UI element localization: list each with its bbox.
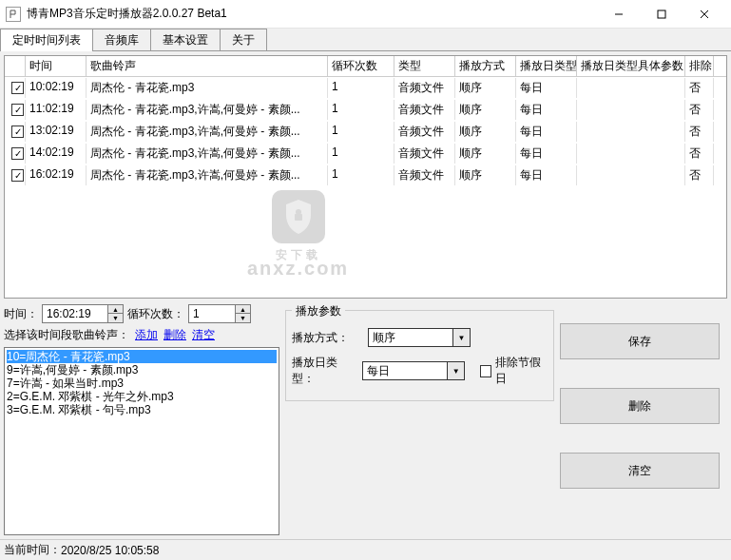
col-song[interactable]: 歌曲铃声: [87, 56, 328, 76]
delete-link[interactable]: 删除: [164, 327, 186, 343]
loop-input[interactable]: ▲▼: [188, 304, 251, 323]
delete-button[interactable]: 删除: [560, 388, 720, 424]
tabs: 定时时间列表 音频库 基本设置 关于: [0, 29, 731, 51]
table-row[interactable]: ✓10:02:19周杰伦 - 青花瓷.mp31音频文件顺序每日否: [5, 77, 726, 99]
list-header: 时间 歌曲铃声 循环次数 类型 播放方式 播放日类型 播放日类型具体参数 排除: [5, 56, 726, 77]
fieldset-legend: 播放参数: [292, 303, 345, 319]
chevron-down-icon[interactable]: ▼: [453, 328, 471, 347]
titlebar: 博青MP3音乐定时播放器2.0.0.27 Beta1: [0, 0, 731, 29]
row-checkbox[interactable]: ✓: [11, 126, 24, 138]
chevron-down-icon[interactable]: ▼: [448, 361, 465, 380]
list-item[interactable]: 9=许嵩,何曼婷 - 素颜.mp3: [7, 363, 277, 377]
row-checkbox[interactable]: ✓: [11, 169, 24, 182]
table-row[interactable]: ✓11:02:19周杰伦 - 青花瓷.mp3,许嵩,何曼婷 - 素颜...1音频…: [5, 99, 726, 121]
list-item[interactable]: 7=许嵩 - 如果当时.mp3: [7, 377, 277, 390]
col-loop[interactable]: 循环次数: [328, 56, 394, 76]
table-row[interactable]: ✓14:02:19周杰伦 - 青花瓷.mp3,许嵩,何曼婷 - 素颜...1音频…: [5, 143, 726, 164]
add-link[interactable]: 添加: [135, 327, 158, 343]
svg-rect-1: [658, 10, 665, 18]
list-item[interactable]: 3=G.E.M. 邓紫棋 - 句号.mp3: [7, 403, 277, 416]
loop-up-icon[interactable]: ▲: [236, 305, 250, 314]
col-daytype[interactable]: 播放日类型: [516, 56, 577, 76]
window-title: 博青MP3音乐定时播放器2.0.0.27 Beta1: [27, 6, 597, 22]
status-time: 2020/8/25 10:05:58: [61, 544, 159, 557]
table-row[interactable]: ✓13:02:19周杰伦 - 青花瓷.mp3,许嵩,何曼婷 - 素颜...1音频…: [5, 121, 726, 143]
exclude-holiday-checkbox[interactable]: 排除节假日: [480, 355, 548, 387]
time-input[interactable]: ▲▼: [42, 304, 124, 323]
row-checkbox[interactable]: ✓: [11, 104, 24, 116]
song-list-box[interactable]: 10=周杰伦 - 青花瓷.mp39=许嵩,何曼婷 - 素颜.mp37=许嵩 - …: [4, 347, 279, 535]
tab-schedule-list[interactable]: 定时时间列表: [0, 29, 93, 50]
list-item[interactable]: 2=G.E.M. 邓紫棋 - 光年之外.mp3: [7, 390, 277, 403]
play-params-fieldset: 播放参数 播放方式： ▼ 播放日类型： ▼ 排: [285, 310, 554, 401]
col-pmode[interactable]: 播放方式: [455, 56, 516, 76]
col-time[interactable]: 时间: [26, 56, 87, 76]
col-type[interactable]: 类型: [394, 56, 455, 76]
time-up-icon[interactable]: ▲: [108, 305, 123, 314]
loop-label: 循环次数：: [127, 306, 184, 322]
col-exclude[interactable]: 排除: [685, 56, 714, 76]
list-item[interactable]: 10=周杰伦 - 青花瓷.mp3: [7, 350, 277, 363]
tab-audio-library[interactable]: 音频库: [92, 29, 151, 50]
schedule-list[interactable]: 时间 歌曲铃声 循环次数 类型 播放方式 播放日类型 播放日类型具体参数 排除 …: [4, 55, 727, 299]
clear-button[interactable]: 清空: [560, 453, 720, 489]
app-icon: [6, 7, 21, 22]
maximize-button[interactable]: [640, 1, 683, 28]
table-row[interactable]: ✓16:02:19周杰伦 - 青花瓷.mp3,许嵩,何曼婷 - 素颜...1音频…: [5, 164, 726, 186]
select-songs-label: 选择该时间段歌曲铃声：: [4, 327, 129, 343]
pmode-combo[interactable]: ▼: [368, 328, 471, 347]
daytype-combo[interactable]: ▼: [362, 361, 465, 380]
time-label: 时间：: [4, 306, 38, 322]
clear-link[interactable]: 清空: [192, 327, 215, 343]
row-checkbox[interactable]: ✓: [11, 147, 24, 160]
minimize-button[interactable]: [597, 1, 640, 28]
pmode-label: 播放方式：: [292, 330, 362, 346]
row-checkbox[interactable]: ✓: [11, 82, 24, 94]
tab-basic-settings[interactable]: 基本设置: [150, 29, 221, 50]
loop-down-icon[interactable]: ▼: [236, 314, 250, 322]
tab-about[interactable]: 关于: [220, 29, 267, 50]
time-down-icon[interactable]: ▼: [108, 314, 123, 322]
daytype-label: 播放日类型：: [292, 355, 356, 387]
col-dayparam[interactable]: 播放日类型具体参数: [577, 56, 685, 76]
close-button[interactable]: [683, 1, 725, 28]
statusbar: 当前时间： 2020/8/25 10:05:58: [0, 539, 731, 560]
status-label: 当前时间：: [4, 542, 61, 558]
save-button[interactable]: 保存: [560, 323, 720, 359]
